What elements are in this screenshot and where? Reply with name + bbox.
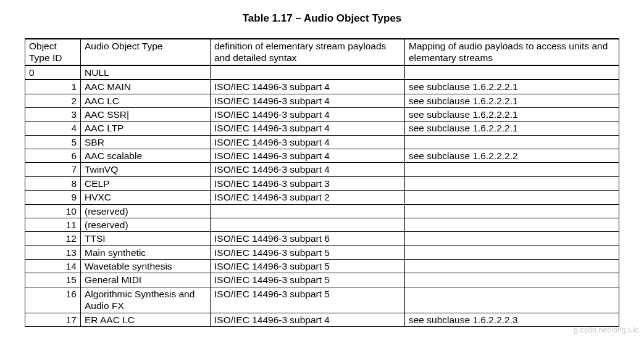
cell-def: ISO/IEC 14496-3 subpart 5 <box>211 260 405 273</box>
cell-def: ISO/IEC 14496-3 subpart 3 <box>211 176 405 190</box>
col-header-def: definition of elementary stream payloads… <box>211 39 405 65</box>
cell-id: 3 <box>25 107 81 121</box>
cell-id: 0 <box>25 65 81 80</box>
cell-map: see subclause 1.6.2.2.2.2 <box>405 149 619 163</box>
cell-type: Main synthetic <box>81 245 211 259</box>
cell-id: 8 <box>25 176 81 190</box>
cell-type: HVXC <box>81 191 211 204</box>
cell-id: 11 <box>25 218 81 231</box>
cell-id: 14 <box>25 260 81 273</box>
cell-id: 12 <box>25 232 81 245</box>
cell-id: 13 <box>25 245 81 259</box>
cell-type: TTSI <box>81 232 211 245</box>
cell-type: ER AAC LC <box>81 313 211 326</box>
cell-map <box>405 260 619 273</box>
cell-def: ISO/IEC 14496-3 subpart 4 <box>211 149 405 163</box>
col-header-id: Object Type ID <box>25 39 81 65</box>
cell-type: (reserved) <box>81 204 211 218</box>
cell-type: AAC LC <box>81 94 211 107</box>
cell-type: AAC LTP <box>81 122 211 135</box>
watermark-text: g.csdn.net/longルlc <box>574 325 639 336</box>
cell-id: 2 <box>25 94 81 107</box>
cell-map <box>405 191 619 204</box>
cell-type: Wavetable synthesis <box>81 260 211 273</box>
cell-id: 15 <box>25 273 81 287</box>
table-title: Table 1.17 – Audio Object Types <box>25 12 619 25</box>
cell-map <box>405 163 619 176</box>
cell-type: CELP <box>81 176 211 190</box>
cell-def: ISO/IEC 14496-3 subpart 4 <box>211 122 405 135</box>
cell-def: ISO/IEC 14496-3 subpart 2 <box>211 191 405 204</box>
cell-map: see subclause 1.6.2.2.2.1 <box>405 107 619 121</box>
cell-def <box>211 65 405 80</box>
cell-def: ISO/IEC 14496-3 subpart 4 <box>211 107 405 121</box>
cell-type: AAC SSR| <box>81 107 211 121</box>
cell-map <box>405 287 619 313</box>
cell-type: Algorithmic Synthesis and Audio FX <box>81 287 211 313</box>
cell-type: General MIDI <box>81 273 211 287</box>
cell-id: 1 <box>25 80 81 94</box>
cell-map: see subclause 1.6.2.2.2.1 <box>405 94 619 107</box>
cell-def: ISO/IEC 14496-3 subpart 5 <box>211 287 405 313</box>
cell-type: (reserved) <box>81 218 211 231</box>
audio-object-types-table: Object Type IDAudio Object Typedefinitio… <box>25 38 619 327</box>
cell-def: ISO/IEC 14496-3 subpart 5 <box>211 273 405 287</box>
cell-type: SBR <box>81 135 211 149</box>
cell-id: 7 <box>25 163 81 176</box>
cell-def: ISO/IEC 14496-3 subpart 4 <box>211 80 405 94</box>
cell-map <box>405 176 619 190</box>
cell-id: 9 <box>25 191 81 204</box>
cell-map <box>405 204 619 218</box>
cell-id: 16 <box>25 287 81 313</box>
cell-type: TwinVQ <box>81 163 211 176</box>
cell-id: 5 <box>25 135 81 149</box>
cell-def: ISO/IEC 14496-3 subpart 4 <box>211 163 405 176</box>
cell-type: AAC MAIN <box>81 80 211 94</box>
cell-map <box>405 273 619 287</box>
cell-type: NULL <box>81 65 211 80</box>
cell-def: ISO/IEC 14496-3 subpart 6 <box>211 232 405 245</box>
cell-id: 10 <box>25 204 81 218</box>
cell-map: see subclause 1.6.2.2.2.1 <box>405 122 619 135</box>
cell-def: ISO/IEC 14496-3 subpart 4 <box>211 313 405 326</box>
cell-def <box>211 218 405 231</box>
cell-def: ISO/IEC 14496-3 subpart 4 <box>211 94 405 107</box>
cell-id: 17 <box>25 313 81 326</box>
col-header-map: Mapping of audio payloads to access unit… <box>405 39 619 65</box>
cell-map <box>405 218 619 231</box>
cell-map <box>405 65 619 80</box>
cell-map: see subclause 1.6.2.2.2.1 <box>405 80 619 94</box>
cell-def <box>211 204 405 218</box>
col-header-type: Audio Object Type <box>81 39 211 65</box>
cell-map <box>405 135 619 149</box>
cell-map <box>405 232 619 245</box>
cell-id: 6 <box>25 149 81 163</box>
cell-type: AAC scalable <box>81 149 211 163</box>
cell-map <box>405 245 619 259</box>
cell-def: ISO/IEC 14496-3 subpart 4 <box>211 135 405 149</box>
cell-id: 4 <box>25 122 81 135</box>
cell-def: ISO/IEC 14496-3 subpart 5 <box>211 245 405 259</box>
